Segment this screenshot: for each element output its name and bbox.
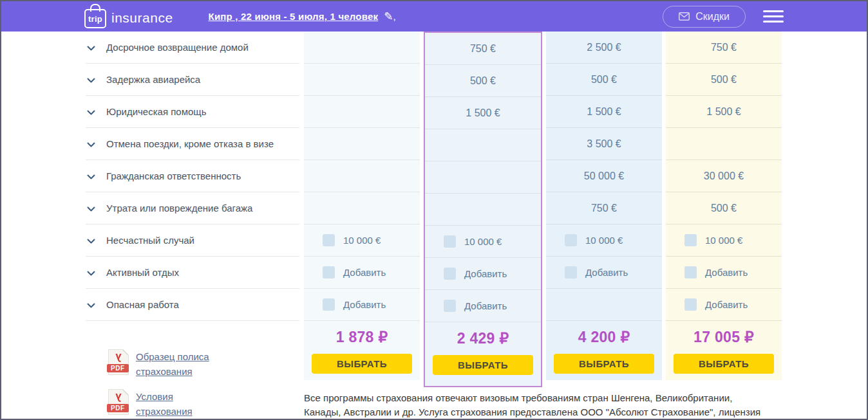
select-button[interactable]: ВЫБРАТЬ bbox=[312, 354, 412, 374]
chevron-down-icon bbox=[87, 142, 95, 147]
hamburger-menu-icon[interactable] bbox=[763, 7, 784, 26]
addon-label: 10 000 € bbox=[585, 235, 623, 246]
sidebar-item[interactable]: Гражданская ответственность bbox=[86, 160, 299, 192]
plans: 10 000 €ДобавитьДобавить1 878 ₽ВЫБРАТЬ75… bbox=[304, 32, 782, 387]
discounts-button[interactable]: Скидки bbox=[663, 6, 746, 28]
coverage-value: 50 000 € bbox=[584, 170, 624, 182]
sidebar-item[interactable]: Досрочное возвращение домой bbox=[86, 32, 299, 64]
addon-label: Добавить bbox=[705, 267, 748, 278]
addon-row: Добавить bbox=[666, 289, 782, 321]
addon-checkbox[interactable] bbox=[684, 298, 697, 311]
addon-label: Добавить bbox=[705, 299, 748, 310]
sidebar-item[interactable]: Опасная работа bbox=[86, 289, 299, 321]
chevron-down-icon bbox=[87, 174, 95, 179]
coverage-row: 750 € bbox=[546, 192, 662, 224]
addon-checkbox[interactable] bbox=[444, 300, 456, 312]
addon-checkbox[interactable] bbox=[444, 235, 456, 248]
addon-row: Добавить bbox=[546, 257, 662, 289]
disclaimer-text: Все программы страхования отвечают визов… bbox=[304, 391, 765, 420]
header: trip insurance Кипр , 22 июня - 5 июля, … bbox=[1, 1, 867, 32]
sidebar-item-label: Отмена поездки, кроме отказа в визе bbox=[106, 138, 274, 149]
addon-row: 10 000 € bbox=[546, 224, 662, 257]
coverage-value: 1 500 € bbox=[466, 107, 500, 119]
sidebar-item-label: Гражданская ответственность bbox=[106, 170, 241, 181]
addon-checkbox[interactable] bbox=[565, 266, 577, 278]
chevron-down-icon bbox=[87, 110, 95, 115]
coverage-value: 1 500 € bbox=[706, 106, 741, 118]
coverage-row: 50 000 € bbox=[546, 160, 662, 192]
coverage-row: 750 € bbox=[666, 32, 782, 64]
sidebar-item[interactable]: Юридическая помощь bbox=[86, 96, 299, 128]
plan-price: 1 878 ₽ bbox=[304, 321, 420, 354]
addon-row: Добавить bbox=[666, 257, 782, 289]
coverage-value: 30 000 € bbox=[704, 170, 744, 182]
document-link[interactable]: Условия страхования bbox=[136, 389, 212, 419]
document-link-row[interactable]: λPDFУсловия страхования bbox=[108, 389, 299, 419]
coverage-value: 1 500 € bbox=[587, 106, 621, 118]
pencil-icon[interactable]: ✎ bbox=[384, 10, 393, 23]
addon-checkbox[interactable] bbox=[323, 266, 335, 278]
coverage-value: 2 500 € bbox=[587, 42, 621, 53]
coverage-row: 500 € bbox=[425, 65, 541, 97]
logo[interactable]: trip insurance bbox=[84, 5, 173, 28]
chevron-down-icon bbox=[87, 271, 95, 276]
sidebar-item[interactable]: Отмена поездки, кроме отказа в визе bbox=[86, 128, 299, 160]
select-button[interactable]: ВЫБРАТЬ bbox=[674, 354, 774, 374]
addon-checkbox[interactable] bbox=[323, 298, 335, 311]
coverage-value: 500 € bbox=[470, 75, 496, 87]
plan-price: 2 429 ₽ bbox=[425, 322, 541, 355]
coverage-row-empty bbox=[304, 96, 420, 128]
pdf-badge: PDF bbox=[107, 364, 129, 372]
sidebar-item[interactable]: Задержка авиарейса bbox=[86, 64, 299, 96]
document-link-row[interactable]: λPDFОбразец полиса страхования bbox=[108, 349, 299, 379]
pdf-icon: λPDF bbox=[108, 389, 129, 415]
options-sidebar: Досрочное возвращение домойЗадержка авиа… bbox=[86, 32, 299, 419]
document-link[interactable]: Образец полиса страхования bbox=[136, 349, 212, 379]
addon-label: 10 000 € bbox=[343, 235, 381, 246]
sidebar-item[interactable]: Активный отдых bbox=[86, 257, 299, 289]
addon-checkbox[interactable] bbox=[565, 234, 577, 246]
addon-row: 10 000 € bbox=[304, 224, 420, 257]
trip-summary-link[interactable]: Кипр , 22 июня - 5 июля, 1 человек bbox=[209, 11, 379, 22]
coverage-row: 500 € bbox=[546, 64, 662, 96]
addon-checkbox[interactable] bbox=[444, 268, 456, 280]
select-button[interactable]: ВЫБРАТЬ bbox=[433, 355, 533, 375]
coverage-value: 750 € bbox=[711, 42, 737, 53]
sidebar-item[interactable]: Несчастный случай bbox=[86, 224, 299, 257]
pdf-glyph: λ bbox=[109, 390, 128, 403]
addon-label: Добавить bbox=[343, 299, 386, 310]
addon-row: 10 000 € bbox=[666, 224, 782, 257]
discounts-label: Скидки bbox=[695, 11, 730, 23]
chevron-down-icon bbox=[87, 239, 95, 244]
sidebar-item[interactable]: Утрата или повреждение багажа bbox=[86, 192, 299, 224]
sidebar-item-label: Несчастный случай bbox=[106, 235, 194, 246]
addon-checkbox[interactable] bbox=[684, 234, 697, 246]
pdf-icon: λPDF bbox=[108, 349, 129, 375]
coverage-row: 30 000 € bbox=[666, 160, 782, 192]
coverage-row-empty bbox=[304, 160, 420, 192]
coverage-value: 750 € bbox=[470, 43, 496, 55]
coverage-row-empty bbox=[304, 192, 420, 224]
sidebar-item-label: Юридическая помощь bbox=[106, 106, 206, 117]
coverage-row: 750 € bbox=[425, 33, 541, 65]
chevron-down-icon bbox=[87, 303, 95, 308]
coverage-row: 2 500 € bbox=[546, 32, 662, 64]
coverage-value: 500 € bbox=[711, 203, 737, 214]
bag-handle bbox=[90, 4, 100, 12]
plan-price: 4 200 ₽ bbox=[546, 321, 662, 354]
coverage-row: 1 500 € bbox=[666, 96, 782, 128]
coverage-row: 500 € bbox=[666, 192, 782, 224]
select-button[interactable]: ВЫБРАТЬ bbox=[554, 354, 654, 374]
shopping-bag-icon: trip bbox=[84, 9, 106, 28]
pdf-glyph: λ bbox=[109, 351, 128, 363]
chevron-down-icon bbox=[87, 46, 95, 51]
addon-label: Добавить bbox=[343, 267, 386, 278]
coverage-value: 500 € bbox=[711, 74, 737, 86]
envelope-icon bbox=[679, 12, 690, 21]
chevron-down-icon bbox=[87, 78, 95, 83]
addon-label: 10 000 € bbox=[705, 235, 742, 246]
addon-checkbox[interactable] bbox=[684, 266, 697, 278]
addon-checkbox[interactable] bbox=[323, 234, 335, 246]
plan-column-highlighted: 750 €500 €1 500 €10 000 €ДобавитьДобавит… bbox=[424, 32, 542, 387]
empty-row bbox=[546, 289, 662, 321]
